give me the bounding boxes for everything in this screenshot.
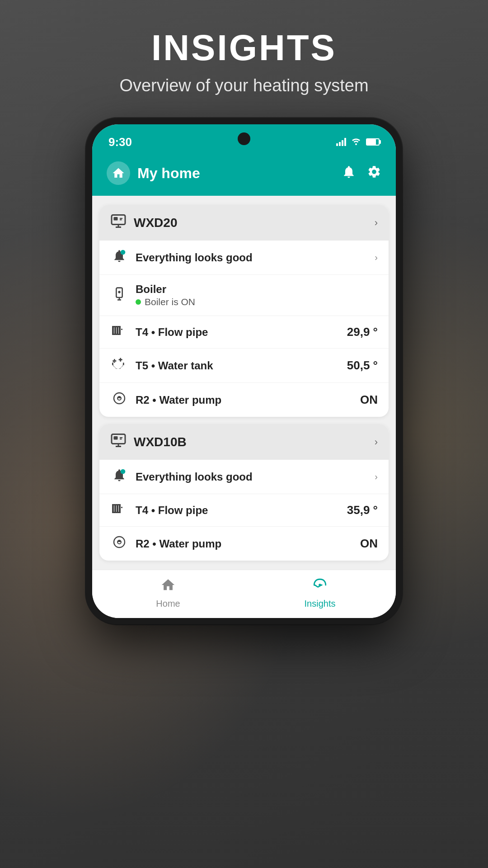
boiler-dot	[136, 299, 141, 305]
svg-rect-33	[121, 507, 122, 508]
nav-item-home[interactable]: Home	[141, 577, 195, 609]
phone-inner: 9:30	[92, 124, 396, 618]
t4-label-wxd10b: T4 • Flow pipe	[136, 504, 208, 516]
svg-point-10	[118, 291, 120, 293]
chevron-right-wxd10b: ›	[375, 436, 378, 448]
nav-insights-label: Insights	[305, 599, 336, 609]
bottom-nav: Home Insights	[92, 570, 396, 618]
svg-rect-31	[112, 504, 121, 505]
t4-row-wxd20: T4 • Flow pipe 29,9 °	[99, 316, 389, 349]
r2-value-wxd10b: ON	[360, 537, 378, 551]
home-icon-circle	[107, 161, 130, 185]
alert-row-wxd20[interactable]: Everything looks good ›	[99, 241, 389, 275]
header-title: My home	[137, 165, 200, 182]
page-subtitle: Overview of your heating system	[119, 76, 368, 95]
radiator-icon-wxd10b	[110, 502, 128, 518]
device-header-wxd20[interactable]: WXD20 ›	[99, 205, 389, 241]
svg-rect-16	[112, 334, 121, 335]
boiler-row-wxd20: Boiler Boiler is ON	[99, 275, 389, 316]
svg-rect-23	[114, 436, 118, 440]
water-icon-wxd20	[110, 357, 128, 374]
svg-rect-15	[112, 326, 121, 327]
svg-point-36	[319, 584, 321, 586]
status-bar: 9:30	[92, 124, 396, 156]
app-header: My home	[92, 156, 396, 196]
bell-icon[interactable]	[342, 165, 356, 182]
device-card-wxd10b: WXD10B › Everything look	[99, 424, 389, 561]
svg-point-26	[121, 469, 126, 474]
status-icons	[336, 136, 380, 148]
alert-label-wxd20: Everything looks good	[136, 251, 253, 264]
r2-row-wxd20: R2 • Water pump ON	[99, 383, 389, 417]
alert-chevron-wxd20: ›	[375, 252, 378, 263]
alert-chevron-wxd10b: ›	[375, 472, 378, 482]
svg-point-6	[121, 250, 126, 255]
camera-notch	[238, 132, 250, 145]
svg-rect-3	[114, 217, 118, 221]
t4-label-wxd20: T4 • Flow pipe	[136, 326, 208, 338]
t5-label-wxd20: T5 • Water tank	[136, 359, 213, 372]
boiler-status: Boiler is ON	[136, 297, 378, 307]
alert-icon-wxd20	[110, 249, 128, 266]
header-left: My home	[107, 161, 200, 185]
alert-label-wxd10b: Everything looks good	[136, 471, 253, 483]
nav-insights-icon	[312, 577, 328, 596]
alert-icon-wxd10b	[110, 468, 128, 486]
device-header-wxd10b[interactable]: WXD10B ›	[99, 424, 389, 460]
nav-home-label: Home	[156, 599, 180, 609]
t5-value-wxd20: 50,5 °	[347, 359, 378, 373]
app-content: WXD20 › Everything looks	[92, 196, 396, 570]
device-card-wxd20: WXD20 › Everything looks	[99, 205, 389, 417]
nav-item-insights[interactable]: Insights	[293, 577, 347, 609]
device-icon-wxd20	[110, 213, 127, 232]
t4-value-wxd10b: 35,9 °	[347, 503, 378, 517]
boiler-status-text: Boiler is ON	[145, 297, 195, 307]
status-time: 9:30	[108, 135, 132, 149]
boiler-icon-wxd20	[110, 287, 128, 304]
pump-icon-wxd20	[110, 391, 128, 409]
r2-value-wxd20: ON	[360, 393, 378, 407]
t5-row-wxd20: T5 • Water tank 50,5 °	[99, 349, 389, 383]
svg-rect-32	[112, 512, 121, 513]
r2-label-wxd20: R2 • Water pump	[136, 394, 221, 406]
r2-row-wxd10b: R2 • Water pump ON	[99, 527, 389, 561]
nav-home-icon	[160, 577, 176, 596]
alert-row-wxd10b[interactable]: Everything looks good ›	[99, 460, 389, 494]
device-name-wxd20: WXD20	[134, 216, 177, 230]
r2-label-wxd10b: R2 • Water pump	[136, 538, 221, 550]
radiator-icon-wxd20	[110, 324, 128, 340]
page-wrapper: INSIGHTS Overview of your heating system…	[0, 0, 488, 868]
header-right	[342, 165, 381, 182]
device-name-wxd10b: WXD10B	[134, 435, 187, 449]
device-icon-wxd10b	[110, 432, 127, 452]
battery-icon	[366, 138, 380, 146]
page-title: INSIGHTS	[151, 27, 337, 69]
t4-value-wxd20: 29,9 °	[347, 325, 378, 339]
chevron-right-wxd20: ›	[375, 217, 378, 229]
signal-icon	[336, 138, 346, 146]
wifi-icon	[351, 136, 361, 148]
svg-rect-17	[121, 329, 122, 330]
boiler-title: Boiler	[136, 283, 378, 296]
phone-frame: 9:30	[86, 118, 402, 624]
t4-row-wxd10b: T4 • Flow pipe 35,9 °	[99, 494, 389, 527]
pump-icon-wxd10b	[110, 535, 128, 552]
settings-icon[interactable]	[367, 165, 381, 182]
